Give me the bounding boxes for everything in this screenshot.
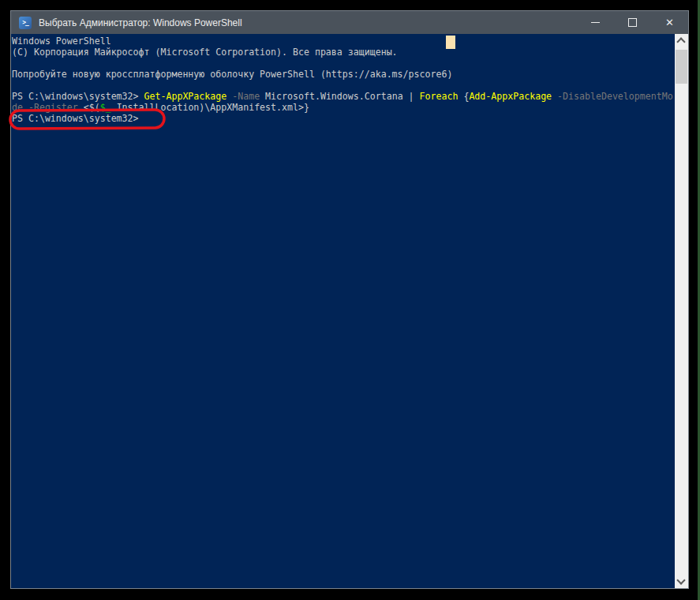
close-button[interactable]: ✕ <box>651 11 688 34</box>
vertical-scrollbar[interactable] <box>675 34 688 588</box>
chevron-down-icon <box>676 576 685 584</box>
terminal-line <box>12 58 675 69</box>
selection-block <box>446 36 455 49</box>
terminal-line: PS C:\windows\system32> Get-AppXPackage … <box>12 91 675 102</box>
close-icon: ✕ <box>665 17 674 28</box>
powershell-window: >_ Выбрать Администратор: Windows PowerS… <box>10 10 689 589</box>
terminal-line: PS C:\windows\system32> <box>12 113 675 124</box>
minimize-icon <box>591 22 600 23</box>
console-area[interactable]: Windows PowerShell(С) Корпорация Майкрос… <box>11 34 688 588</box>
titlebar[interactable]: >_ Выбрать Администратор: Windows PowerS… <box>11 11 688 34</box>
terminal-line: Windows PowerShell <box>12 36 675 47</box>
terminal-line: Попробуйте новую кроссплатформенную обол… <box>12 69 675 80</box>
powershell-icon: >_ <box>19 17 32 29</box>
terminal-line: de -Register <$($_.InstallLocation)\AppX… <box>12 102 675 113</box>
maximize-icon <box>628 18 637 27</box>
scroll-down-button[interactable] <box>675 575 688 588</box>
scroll-up-button[interactable] <box>675 34 688 47</box>
maximize-button[interactable] <box>614 11 651 34</box>
scrollbar-thumb[interactable] <box>676 50 687 84</box>
terminal-line: (С) Корпорация Майкрософт (Microsoft Cor… <box>12 47 675 58</box>
chevron-up-icon <box>676 37 685 46</box>
window-controls: ✕ <box>577 11 688 34</box>
minimize-button[interactable] <box>577 11 614 34</box>
terminal-lines: Windows PowerShell(С) Корпорация Майкрос… <box>12 36 675 588</box>
window-title: Выбрать Администратор: Windows PowerShel… <box>39 17 242 28</box>
terminal-line <box>12 80 675 91</box>
